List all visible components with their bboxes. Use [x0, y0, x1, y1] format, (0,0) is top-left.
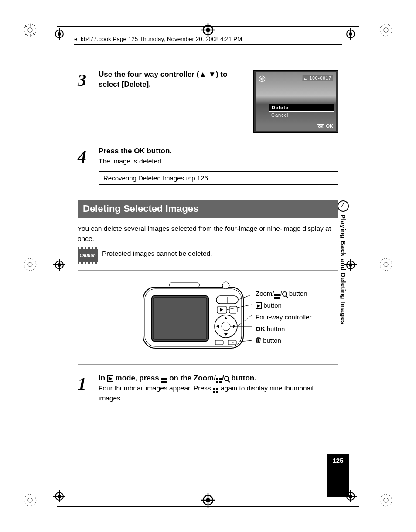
step-number-3: 3 — [78, 70, 95, 90]
crop-line — [57, 506, 359, 507]
thumbnail-grid-icon — [161, 378, 167, 383]
svg-point-51 — [206, 498, 210, 502]
svg-point-39 — [58, 263, 61, 267]
text: button. — [145, 147, 172, 155]
lcd-menu: Delete Cancel — [269, 104, 334, 119]
page-header-text: e_kb477.book Page 125 Thursday, November… — [74, 36, 242, 42]
label-trash: button — [256, 335, 311, 347]
up-triangle-icon: ▲ — [199, 70, 206, 78]
ok-button-icon: OK — [256, 325, 265, 332]
svg-rect-56 — [153, 298, 207, 339]
label-ok: OK button — [256, 323, 311, 335]
step-number-1: 1 — [78, 373, 95, 394]
svg-point-19 — [380, 258, 392, 270]
reg-mark-gear — [378, 493, 393, 508]
reg-mark-gear — [23, 257, 38, 272]
step-1-body: Four thumbnail images appear. Press agai… — [99, 383, 338, 403]
step-4-heading: Press the OK button. — [99, 146, 338, 156]
svg-rect-58 — [169, 283, 200, 287]
crop-line — [57, 26, 359, 27]
svg-rect-66 — [215, 340, 223, 345]
svg-point-12 — [28, 498, 32, 502]
reg-mark-cross — [344, 28, 357, 40]
svg-point-35 — [349, 495, 352, 498]
camera-diagram: PENTAX — [78, 270, 338, 365]
svg-point-47 — [206, 28, 210, 32]
label-fourway: Four-way controller — [256, 311, 311, 323]
section-heading: Deleting Selected Images — [78, 200, 338, 218]
cross-reference-box: Recovering Deleted Images ☞p.126 — [99, 171, 338, 185]
ok-button-icon: OK — [134, 147, 145, 155]
reg-mark-gear — [23, 493, 38, 508]
magnify-icon — [282, 291, 287, 297]
svg-rect-63 — [229, 306, 237, 313]
reg-mark-gear — [378, 23, 393, 37]
section-intro: You can delete several images selected f… — [78, 224, 338, 244]
lcd-menu-cancel: Cancel — [269, 112, 334, 119]
step-4-body: The image is deleted. — [99, 156, 338, 166]
step-3-heading: Use the four-way controller (▲ ▼) to sel… — [99, 70, 238, 90]
svg-point-10 — [384, 28, 388, 32]
caution-icon: Caution — [78, 249, 98, 262]
svg-point-23 — [58, 32, 61, 36]
page-ref: p.126 — [191, 174, 208, 182]
label-play: ▶ button — [256, 299, 311, 311]
caution-text: Protected images cannot be deleted. — [102, 249, 212, 258]
crop-line — [57, 26, 57, 507]
reg-mark-gear — [23, 23, 38, 37]
svg-point-65 — [222, 322, 230, 331]
chapter-tab: 4 Playing Back and Deleting Images — [337, 200, 349, 325]
lcd-ok-hint: OK OK — [317, 123, 333, 129]
lcd-screenshot: 🗂 100-0017 Delete Cancel OK OK — [253, 70, 338, 133]
svg-point-27 — [349, 32, 352, 36]
svg-point-31 — [58, 495, 61, 498]
svg-point-18 — [384, 262, 388, 267]
camera-illustration: PENTAX — [139, 279, 252, 353]
svg-point-16 — [28, 262, 32, 267]
svg-point-13 — [24, 494, 36, 506]
label-zoom: Zoom// button — [256, 288, 311, 299]
step-1-heading: In ▶ mode, press on the Zoom// button. — [99, 373, 338, 383]
lcd-file-number: 🗂 100-0017 — [302, 75, 333, 81]
header-rule — [74, 44, 342, 45]
svg-point-11 — [380, 24, 392, 36]
step-number-4: 4 — [78, 146, 95, 167]
chapter-title: Playing Back and Deleting Images — [340, 214, 347, 325]
reg-mark-gear — [378, 257, 393, 272]
svg-point-59 — [222, 282, 229, 289]
down-triangle-icon: ▼ — [208, 70, 216, 78]
reg-mark-cross — [53, 490, 65, 502]
svg-point-14 — [384, 498, 388, 502]
lcd-menu-delete: Delete — [269, 104, 334, 112]
chapter-number: 4 — [338, 200, 349, 212]
trash-icon — [256, 335, 261, 347]
reg-mark-cross — [201, 23, 215, 37]
play-mode-icon: ▶ — [256, 302, 262, 309]
svg-point-15 — [380, 494, 392, 506]
reg-mark-cross — [53, 259, 65, 271]
text: Press the — [99, 147, 134, 155]
thumbnail-grid-icon — [274, 294, 280, 299]
text: Use the four-way controller ( — [99, 70, 199, 78]
thumbnail-grid-icon — [213, 388, 219, 393]
svg-point-43 — [349, 263, 352, 267]
voice-memo-icon — [258, 75, 266, 85]
svg-text:PENTAX: PENTAX — [172, 342, 188, 346]
pointer-hand-icon: ☞ — [186, 175, 191, 182]
svg-point-0 — [28, 28, 32, 32]
reg-mark-cross — [53, 28, 65, 40]
play-mode-icon: ▶ — [107, 375, 113, 382]
svg-point-17 — [24, 258, 36, 270]
text: Recovering Deleted Images — [103, 174, 186, 182]
thumbnail-grid-icon — [216, 378, 222, 383]
magnify-icon — [224, 376, 229, 381]
